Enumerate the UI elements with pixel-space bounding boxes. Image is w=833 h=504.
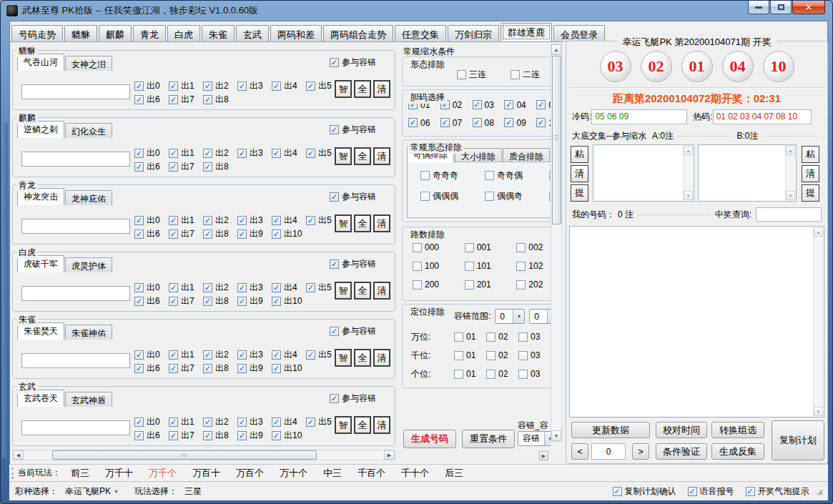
out-checkbox[interactable]: ✓出2 bbox=[203, 282, 237, 294]
position-checkbox[interactable]: 02 bbox=[486, 350, 518, 360]
out-checkbox[interactable]: ✓出7 bbox=[169, 362, 203, 375]
beast-subtab[interactable]: 玄武神盾 bbox=[65, 392, 112, 407]
my-numbers-textarea[interactable]: ▲▼ bbox=[569, 226, 824, 417]
play-mode-item[interactable]: 万百个 bbox=[236, 468, 264, 478]
out-checkbox[interactable]: ✓出1 bbox=[169, 147, 203, 159]
main-tab-3[interactable]: 青龙 bbox=[133, 25, 166, 41]
fault-tolerance-checkbox[interactable]: ✓参与容错 bbox=[330, 124, 376, 136]
lottery-select-dropdown[interactable]: 幸运飞艇PK ▼ bbox=[65, 485, 119, 498]
clear-button[interactable]: 清 bbox=[373, 147, 390, 165]
win-query-input[interactable] bbox=[756, 207, 822, 222]
regular-shape-checkbox[interactable]: 偶偶奇 bbox=[485, 190, 549, 202]
beast-subtab[interactable]: 女神之泪 bbox=[65, 56, 112, 71]
out-checkbox[interactable]: ✓出6 bbox=[134, 161, 169, 173]
road-checkbox[interactable]: 000 bbox=[413, 239, 465, 256]
position-checkbox[interactable]: 03 bbox=[518, 350, 551, 360]
main-tab-8[interactable]: 两码组合走势 bbox=[323, 25, 393, 41]
number-input[interactable] bbox=[21, 152, 130, 167]
chevron-down-icon[interactable]: ▼ bbox=[544, 432, 551, 445]
all-button[interactable]: 全 bbox=[354, 416, 371, 434]
out-checkbox[interactable]: ✓出0 bbox=[134, 416, 169, 428]
regular-shape-tab[interactable]: 质合排除 bbox=[503, 148, 550, 163]
road-checkbox[interactable]: 001 bbox=[465, 239, 517, 256]
out-checkbox[interactable]: ✓出6 bbox=[134, 430, 169, 442]
out-checkbox[interactable]: ✓出1 bbox=[169, 80, 203, 92]
dan-checkbox[interactable]: ✓05 bbox=[536, 99, 551, 111]
out-checkbox[interactable]: ✓出7 bbox=[169, 94, 203, 106]
out-checkbox[interactable]: ✓出9 bbox=[237, 295, 272, 307]
out-checkbox[interactable]: ✓出10 bbox=[272, 430, 306, 442]
out-checkbox[interactable]: ✓出3 bbox=[237, 349, 272, 361]
fault-tolerance-checkbox[interactable]: ✓参与容错 bbox=[330, 258, 376, 270]
out-checkbox[interactable]: ✓出3 bbox=[237, 282, 272, 294]
condition-verify-button[interactable]: 条件验证 bbox=[656, 443, 707, 460]
main-tab-4[interactable]: 白虎 bbox=[167, 25, 200, 41]
position-checkbox[interactable]: 03 bbox=[518, 332, 551, 342]
toolbar-grip-icon[interactable] bbox=[11, 468, 14, 479]
out-checkbox[interactable]: ✓出7 bbox=[169, 430, 203, 442]
textarea-scrollbar[interactable]: ▲▼ bbox=[813, 227, 823, 416]
road-checkbox[interactable]: 101 bbox=[465, 257, 517, 275]
dan-checkbox[interactable]: ✓07 bbox=[440, 117, 473, 129]
scroll-up-icon[interactable]: ▲ bbox=[786, 146, 795, 155]
dan-checkbox[interactable]: ✓03 bbox=[473, 99, 505, 111]
generate-inverse-button[interactable]: 生成反集 bbox=[711, 443, 764, 460]
scroll-right-icon[interactable]: ▶ bbox=[384, 450, 395, 460]
generate-numbers-button[interactable]: 生成号码 bbox=[403, 430, 456, 448]
main-tab-5[interactable]: 朱雀 bbox=[202, 25, 235, 41]
fault-range-select-2[interactable]: 0 ▼ bbox=[529, 309, 551, 324]
paste-button[interactable]: 粘 bbox=[802, 146, 819, 163]
road-checkbox[interactable]: 102 bbox=[516, 257, 551, 275]
out-checkbox[interactable]: ✓出2 bbox=[203, 349, 237, 361]
out-checkbox[interactable]: ✓出1 bbox=[169, 282, 203, 294]
position-checkbox[interactable]: 01 bbox=[454, 332, 486, 342]
convert-group-button[interactable]: 转换组选 bbox=[711, 422, 764, 438]
out-checkbox[interactable]: ✓出3 bbox=[237, 214, 272, 227]
play-mode-item[interactable]: 万千十 bbox=[105, 468, 133, 478]
smart-button[interactable]: 智 bbox=[335, 80, 352, 98]
all-button[interactable]: 全 bbox=[354, 147, 371, 165]
all-button[interactable]: 全 bbox=[354, 282, 371, 300]
scroll-down-icon[interactable]: ▼ bbox=[551, 430, 561, 441]
number-input[interactable] bbox=[21, 420, 130, 435]
clear-button[interactable]: 清 bbox=[373, 349, 390, 367]
shape-option-checkbox[interactable]: 三连 bbox=[457, 69, 486, 81]
smart-button[interactable]: 智 bbox=[335, 349, 352, 367]
resize-grip-icon[interactable]: ◢ bbox=[817, 487, 822, 496]
out-checkbox[interactable]: ✓出8 bbox=[203, 362, 237, 375]
out-checkbox[interactable]: ✓出9 bbox=[237, 362, 272, 375]
out-checkbox[interactable]: ✓出6 bbox=[134, 295, 169, 307]
textarea-scrollbar[interactable]: ▲▼ bbox=[683, 146, 693, 200]
out-checkbox[interactable]: ✓出4 bbox=[272, 282, 306, 294]
main-tab-11[interactable]: 群雄逐鹿 bbox=[501, 23, 552, 41]
out-checkbox[interactable]: ✓出0 bbox=[134, 80, 169, 92]
road-checkbox[interactable]: 201 bbox=[465, 276, 517, 293]
copy-plan-button[interactable]: 复制计划 bbox=[772, 420, 824, 460]
main-tab-10[interactable]: 万剑归宗 bbox=[448, 25, 499, 41]
dan-checkbox[interactable]: ✓10 bbox=[536, 117, 551, 129]
status-option-checkbox[interactable]: ✓复制计划确认 bbox=[613, 485, 676, 498]
out-checkbox[interactable]: ✓出9 bbox=[237, 430, 272, 442]
road-checkbox[interactable]: 100 bbox=[413, 257, 465, 275]
prev-button[interactable]: < bbox=[571, 443, 588, 460]
fault-range-select[interactable]: 0 ▼ bbox=[495, 309, 525, 324]
out-checkbox[interactable]: ✓出0 bbox=[134, 214, 169, 227]
out-checkbox[interactable]: ✓出4 bbox=[272, 416, 306, 428]
out-checkbox[interactable]: ✓出10 bbox=[272, 362, 306, 375]
out-checkbox[interactable]: ✓出0 bbox=[134, 147, 169, 159]
smart-button[interactable]: 智 bbox=[335, 282, 352, 300]
dan-checkbox[interactable]: ✓08 bbox=[473, 117, 505, 129]
position-checkbox[interactable]: 02 bbox=[486, 369, 518, 379]
out-checkbox[interactable]: ✓出8 bbox=[203, 161, 237, 173]
all-button[interactable]: 全 bbox=[354, 349, 371, 367]
beast-subtab[interactable]: 朱雀神佑 bbox=[65, 325, 112, 340]
out-checkbox[interactable]: ✓出2 bbox=[203, 80, 237, 92]
status-option-checkbox[interactable]: ✓开奖气泡提示 bbox=[746, 485, 809, 498]
clear-button[interactable]: 清 bbox=[571, 165, 588, 182]
fault-column-select[interactable]: 容错 ▼ bbox=[518, 431, 551, 446]
smart-button[interactable]: 智 bbox=[335, 147, 352, 165]
close-button[interactable]: ✕ bbox=[792, 1, 825, 14]
fault-tolerance-checkbox[interactable]: ✓参与容错 bbox=[330, 392, 376, 405]
out-checkbox[interactable]: ✓出4 bbox=[272, 349, 306, 361]
position-checkbox[interactable]: 02 bbox=[486, 332, 518, 342]
